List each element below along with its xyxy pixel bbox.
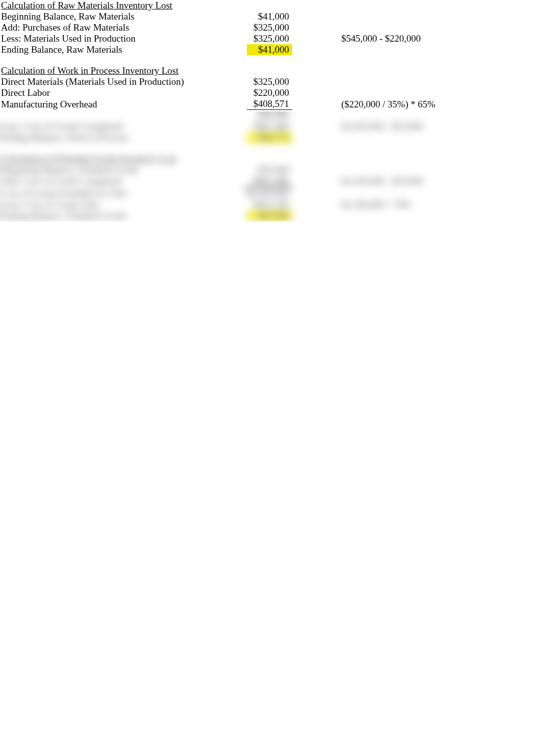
row-amount: $325,000 xyxy=(247,76,292,87)
row-label: Beginning Balance, Raw Materials xyxy=(0,11,216,22)
spacer xyxy=(0,55,533,65)
document-content: Calculation of Raw Materials Inventory L… xyxy=(0,0,533,221)
table-row: Less: Materials Used in Production $325,… xyxy=(0,33,533,44)
spacer xyxy=(0,143,533,153)
table-row: Direct Labor $220,000 xyxy=(0,87,533,98)
row-amount: $41,000 xyxy=(247,11,292,22)
row-note: $1,035,000 - $53,000 xyxy=(301,121,533,132)
row-label: Ending Balance, Work in Process xyxy=(0,132,216,143)
row-note: ($220,000 / 35%) * 65% xyxy=(301,99,533,110)
section1-title: Calculation of Raw Materials Inventory L… xyxy=(0,0,216,11)
table-row: $56,085 xyxy=(0,110,533,121)
table-row: Ending Balance, Raw Materials $41,000 xyxy=(0,44,533,55)
section2-title: Calculation of Work in Process Inventory… xyxy=(0,65,216,76)
row-amount: $408,571 xyxy=(247,98,292,110)
table-row: Cost of Goods Available for Sale $1,035,… xyxy=(0,187,533,199)
table-row: Less: Cost of Goods Completed $981,486 $… xyxy=(0,121,533,132)
row-label: Cost of Goods Available for Sale xyxy=(0,188,216,199)
row-amount: $1,035,000 xyxy=(243,187,293,199)
row-amount: $220,000 xyxy=(247,87,292,98)
row-amount: $68,771 xyxy=(247,132,292,143)
row-amount: $981,486 xyxy=(247,121,292,132)
section2-title-row: Calculation of Work in Process Inventory… xyxy=(0,65,533,76)
section1-title-row: Calculation of Raw Materials Inventory L… xyxy=(0,0,533,11)
row-label: Add: Cost of Goods Completed xyxy=(0,176,216,187)
row-label: Less: Materials Used in Production xyxy=(0,33,216,44)
table-row: Add: Purchases of Raw Materials $325,000 xyxy=(0,22,533,33)
row-amount: $325,000 xyxy=(247,22,292,33)
table-row: Ending Balance, Work in Process $68,771 xyxy=(0,132,533,143)
table-row: Manufacturing Overhead $408,571 ($220,00… xyxy=(0,98,533,110)
row-note: $545,000 - $220,000 xyxy=(301,33,533,44)
row-label: Ending Balance, Finished Goods xyxy=(0,210,216,221)
row-label: Ending Balance, Raw Materials xyxy=(0,44,216,55)
row-label: Direct Materials (Materials Used in Prod… xyxy=(0,76,216,87)
table-row: Add: Cost of Goods Completed $981,486 $1… xyxy=(0,175,533,187)
row-label: Beginning Balance, Finished Goods xyxy=(0,164,216,175)
row-amount: $82,800 xyxy=(247,210,292,221)
table-row: Direct Materials (Materials Used in Prod… xyxy=(0,76,533,87)
section3-title-row: Calculation of Finished Goods Inventory … xyxy=(0,153,533,164)
table-row: Ending Balance, Finished Goods $82,800 xyxy=(0,210,533,221)
row-amount: $41,000 xyxy=(247,44,292,55)
section3-title: Calculation of Finished Goods Inventory … xyxy=(0,153,216,164)
row-label: Add: Purchases of Raw Materials xyxy=(0,22,216,33)
row-amount: $325,000 xyxy=(247,33,292,44)
row-note: $1,035,000 - $53,000 xyxy=(301,176,533,187)
row-amount: $56,085 xyxy=(247,110,292,121)
table-row: Less: Cost of Goods Sold $952,200 $1,350… xyxy=(0,199,533,210)
row-label: Direct Labor xyxy=(0,87,216,98)
row-amount: $952,200 xyxy=(247,199,292,210)
row-label: Less: Cost of Goods Sold xyxy=(0,199,216,210)
row-label: Manufacturing Overhead xyxy=(0,99,216,110)
table-row: Beginning Balance, Raw Materials $41,000 xyxy=(0,11,533,22)
row-label: Less: Cost of Goods Completed xyxy=(0,121,216,132)
table-row: Beginning Balance, Finished Goods $53,00… xyxy=(0,164,533,175)
row-amount: $53,000 xyxy=(247,164,292,175)
row-note: $1,350,000 * 70% xyxy=(301,199,533,210)
row-amount: $981,486 xyxy=(247,175,292,187)
